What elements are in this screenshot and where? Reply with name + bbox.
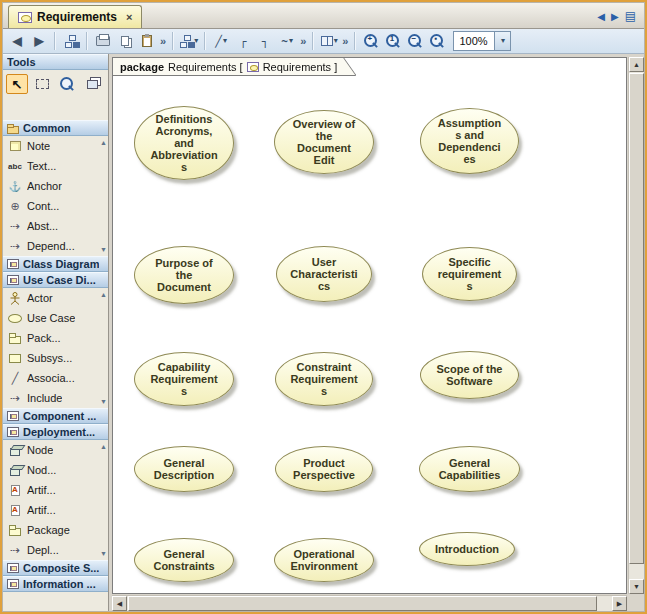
rectilinear-path-button-2[interactable]: ┐ (255, 31, 275, 51)
frame-header-holder: package Requirements [ Requirements ] (113, 58, 355, 75)
use-case-node[interactable]: Definitions Acronyms, and Abbreviations (134, 106, 234, 180)
palette-item-node-instance[interactable]: Nod... (3, 460, 108, 480)
palette-scroll-down-icon[interactable]: ▼ (100, 246, 107, 253)
containment-tree-button[interactable] (61, 31, 81, 51)
layout-dropdown-button[interactable]: ▾ (179, 31, 199, 51)
use-case-node[interactable]: Scope of the Software (420, 351, 519, 399)
scroll-up-button[interactable]: ▲ (629, 57, 644, 72)
palette-scroll-down-icon[interactable]: ▼ (100, 398, 107, 405)
document-tab-requirements[interactable]: Requirements × (8, 5, 142, 28)
use-case-node[interactable]: General Capabilities (419, 446, 520, 492)
palette-header-composite-structure[interactable]: Composite S... (3, 560, 108, 576)
paste-button[interactable] (137, 31, 157, 51)
toolbar-separator (86, 32, 88, 50)
zoom-level-select[interactable]: 100% ▾ (453, 31, 511, 51)
print-button[interactable] (93, 31, 113, 51)
palette-scroll-down-icon[interactable]: ▼ (100, 550, 107, 557)
use-case-node[interactable]: General Description (134, 446, 234, 492)
swimlane-dropdown-button[interactable]: ▾ (319, 31, 339, 51)
diagram-palette-sidebar: Tools ↖ Common Note abcText... ⚓Anchor ⊕… (3, 54, 109, 611)
forward-button[interactable]: ▶ (29, 31, 49, 51)
use-case-node[interactable]: Capability Requirements (134, 352, 234, 406)
palette-scroll-up-icon[interactable]: ▲ (100, 139, 107, 146)
frame-ref: Requirements ] (263, 61, 338, 73)
palette-item-artifact-instance[interactable]: AArtif... (3, 500, 108, 520)
use-case-node[interactable]: Product Perspective (275, 446, 373, 492)
use-case-node[interactable]: Assumptions and Dependencies (420, 108, 519, 174)
diagram-canvas[interactable]: package Requirements [ Requirements ] De… (112, 57, 627, 594)
tab-scroll-left-icon[interactable]: ◀ (597, 11, 605, 22)
palette-item-abstraction[interactable]: ⇢Abst... (3, 216, 108, 236)
palette-header-common[interactable]: Common (3, 120, 108, 136)
palette-header-label: Common (23, 122, 71, 134)
horizontal-scroll-thumb[interactable] (128, 596, 597, 611)
palette-item-node[interactable]: Node (3, 440, 108, 460)
palette-item-deployment[interactable]: ⇢Depl... (3, 540, 108, 560)
oblique-path-button[interactable]: ╱▾ (211, 31, 231, 51)
overflow-chevron-icon[interactable]: » (299, 35, 307, 47)
copy-button[interactable] (115, 31, 135, 51)
use-case-node[interactable]: Introduction (419, 532, 515, 566)
fit-in-window-button[interactable]: ▪ (427, 31, 447, 51)
tab-scroll-right-icon[interactable]: ▶ (611, 11, 619, 22)
palette-item-include[interactable]: ⇢Include (3, 388, 108, 408)
dependency-arrow-icon: ⇢ (8, 240, 22, 253)
palette-item-association[interactable]: ╱Associa... (3, 368, 108, 388)
layers-tool-button[interactable] (81, 74, 103, 94)
magnifier-tool-button[interactable] (56, 74, 78, 94)
palette-item-anchor[interactable]: ⚓Anchor (3, 176, 108, 196)
vertical-scroll-thumb[interactable] (629, 73, 644, 564)
tab-list-icon[interactable]: ▤ (625, 9, 636, 23)
palette-item-text[interactable]: abcText... (3, 156, 108, 176)
palette-header-component-diagram[interactable]: Component ... (3, 408, 108, 424)
palette-item-artifact[interactable]: AArtif... (3, 480, 108, 500)
palette-item-package[interactable]: Pack... (3, 328, 108, 348)
use-case-node[interactable]: Operational Environment (274, 538, 374, 582)
use-case-node[interactable]: General Constraints (134, 538, 234, 582)
use-case-oval-icon (8, 314, 22, 323)
use-case-node[interactable]: User Characteristics (276, 246, 372, 302)
oblique-path-icon: ╱ (215, 36, 222, 47)
palette-item-note[interactable]: Note (3, 136, 108, 156)
overflow-chevron-icon[interactable]: » (159, 35, 167, 47)
vertical-scrollbar[interactable]: ▲ ▼ (628, 57, 644, 594)
palette-item-package-2[interactable]: Package (3, 520, 108, 540)
zoom-1-1-button[interactable]: 1 (383, 31, 403, 51)
scroll-down-button[interactable]: ▼ (629, 579, 644, 594)
diagram-frame-header[interactable]: package Requirements [ Requirements ] (113, 58, 355, 75)
overflow-chevron-icon[interactable]: » (341, 35, 349, 47)
curved-path-button[interactable]: ~▾ (277, 31, 297, 51)
copy-icon (121, 36, 129, 46)
use-case-node[interactable]: Specific requirements (422, 247, 517, 301)
zoom-1-1-icon: 1 (386, 34, 400, 48)
pointer-tool-button[interactable]: ↖ (6, 74, 28, 94)
rectilinear-path-button[interactable]: ┌ (233, 31, 253, 51)
use-case-node[interactable]: Overview of the Document Edit (274, 110, 374, 174)
palette-item-containment[interactable]: ⊕Cont... (3, 196, 108, 216)
back-button[interactable]: ◀ (7, 31, 27, 51)
palette-item-actor[interactable]: Actor (3, 288, 108, 308)
palette-header-tools[interactable]: Tools (3, 54, 108, 70)
use-case-node[interactable]: Constraint Requirements (275, 352, 373, 406)
include-arrow-icon: ⇢ (8, 392, 22, 405)
tab-close-icon[interactable]: × (126, 12, 132, 23)
toolbar-separator (204, 32, 206, 50)
zoom-out-button[interactable]: − (405, 31, 425, 51)
palette-header-class-diagram[interactable]: Class Diagram (3, 256, 108, 272)
zoom-dropdown-button[interactable]: ▾ (494, 32, 510, 50)
use-case-node[interactable]: Purpose of the Document (134, 246, 234, 304)
palette-item-use-case[interactable]: Use Case (3, 308, 108, 328)
toolbar-separator (312, 32, 314, 50)
palette-item-subsystem[interactable]: Subsys... (3, 348, 108, 368)
palette-scroll-up-icon[interactable]: ▲ (100, 443, 107, 450)
palette-header-information-flow[interactable]: Information ... (3, 576, 108, 592)
zoom-in-button[interactable]: + (361, 31, 381, 51)
palette-item-dependency[interactable]: ⇢Depend... (3, 236, 108, 256)
marquee-tool-button[interactable] (31, 74, 53, 94)
horizontal-scrollbar[interactable]: ◀ ▶ (112, 595, 627, 611)
palette-scroll-up-icon[interactable]: ▲ (100, 291, 107, 298)
scroll-left-button[interactable]: ◀ (112, 596, 127, 611)
palette-header-use-case-diagram[interactable]: Use Case Di... (3, 272, 108, 288)
scroll-right-button[interactable]: ▶ (612, 596, 627, 611)
palette-header-deployment-diagram[interactable]: Deployment... (3, 424, 108, 440)
